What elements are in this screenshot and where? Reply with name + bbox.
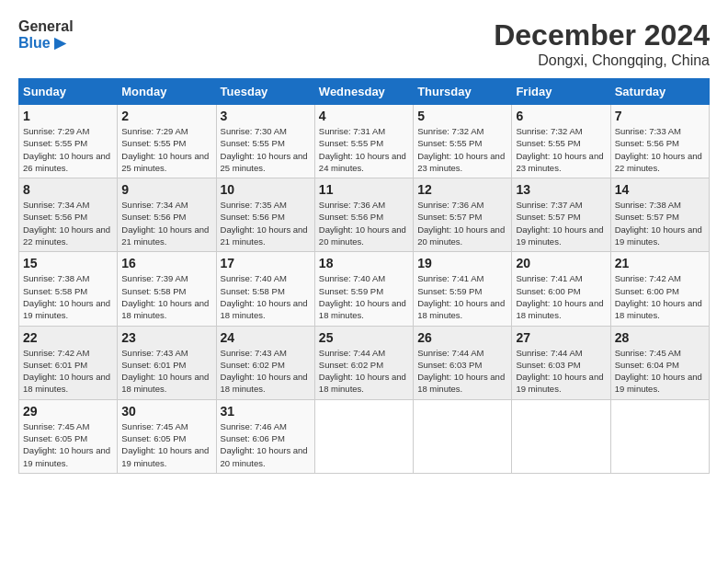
day-number: 9 <box>121 182 211 197</box>
header: General Blue ▶ December 2024 Dongxi, Cho… <box>18 18 710 69</box>
day-27: 27 Sunrise: 7:44 AMSunset: 6:03 PMDaylig… <box>512 326 610 399</box>
day-info: Sunrise: 7:42 AMSunset: 6:01 PMDaylight:… <box>23 347 113 396</box>
day-info: Sunrise: 7:45 AMSunset: 6:05 PMDaylight:… <box>121 420 211 469</box>
day-17: 17 Sunrise: 7:40 AMSunset: 5:58 PMDaylig… <box>216 252 314 326</box>
day-4: 4 Sunrise: 7:31 AMSunset: 5:55 PMDayligh… <box>314 105 413 178</box>
day-26: 26 Sunrise: 7:44 AMSunset: 6:03 PMDaylig… <box>414 326 512 399</box>
calendar-table: SundayMondayTuesdayWednesdayThursdayFrid… <box>18 78 710 474</box>
day-number: 28 <box>615 330 705 345</box>
day-number: 5 <box>417 109 507 123</box>
day-info: Sunrise: 7:45 AMSunset: 6:04 PMDaylight:… <box>615 347 705 396</box>
logo-blue: Blue ▶ <box>18 35 74 52</box>
day-number: 27 <box>516 330 606 345</box>
day-info: Sunrise: 7:44 AMSunset: 6:03 PMDaylight:… <box>417 347 507 396</box>
week-row-2: 8 Sunrise: 7:34 AMSunset: 5:56 PMDayligh… <box>19 178 710 252</box>
empty-cell <box>512 399 610 473</box>
day-info: Sunrise: 7:34 AMSunset: 5:56 PMDaylight:… <box>121 199 211 247</box>
day-number: 17 <box>221 256 311 270</box>
day-info: Sunrise: 7:40 AMSunset: 5:58 PMDaylight:… <box>221 272 311 321</box>
day-number: 6 <box>516 109 606 123</box>
day-info: Sunrise: 7:42 AMSunset: 6:00 PMDaylight:… <box>615 272 705 321</box>
week-row-4: 22 Sunrise: 7:42 AMSunset: 6:01 PMDaylig… <box>19 326 710 399</box>
day-7: 7 Sunrise: 7:33 AMSunset: 5:56 PMDayligh… <box>610 105 709 178</box>
day-number: 11 <box>319 182 409 197</box>
header-saturday: Saturday <box>610 79 709 105</box>
day-number: 20 <box>516 256 606 270</box>
day-5: 5 Sunrise: 7:32 AMSunset: 5:55 PMDayligh… <box>414 105 512 178</box>
day-22: 22 Sunrise: 7:42 AMSunset: 6:01 PMDaylig… <box>19 326 118 399</box>
header-tuesday: Tuesday <box>216 79 314 105</box>
day-21: 21 Sunrise: 7:42 AMSunset: 6:00 PMDaylig… <box>610 252 709 326</box>
day-info: Sunrise: 7:39 AMSunset: 5:58 PMDaylight:… <box>121 272 211 321</box>
day-number: 25 <box>319 330 409 345</box>
day-info: Sunrise: 7:44 AMSunset: 6:02 PMDaylight:… <box>319 347 409 396</box>
day-number: 7 <box>615 109 705 123</box>
day-2: 2 Sunrise: 7:29 AMSunset: 5:55 PMDayligh… <box>118 105 216 178</box>
calendar-header: SundayMondayTuesdayWednesdayThursdayFrid… <box>19 79 710 105</box>
day-12: 12 Sunrise: 7:36 AMSunset: 5:57 PMDaylig… <box>414 178 512 252</box>
day-info: Sunrise: 7:46 AMSunset: 6:06 PMDaylight:… <box>221 420 311 469</box>
day-number: 16 <box>121 256 211 270</box>
day-info: Sunrise: 7:37 AMSunset: 5:57 PMDaylight:… <box>516 199 606 247</box>
header-monday: Monday <box>118 79 216 105</box>
day-31: 31 Sunrise: 7:46 AMSunset: 6:06 PMDaylig… <box>216 399 314 473</box>
day-info: Sunrise: 7:38 AMSunset: 5:57 PMDaylight:… <box>615 199 705 247</box>
day-30: 30 Sunrise: 7:45 AMSunset: 6:05 PMDaylig… <box>118 399 216 473</box>
day-8: 8 Sunrise: 7:34 AMSunset: 5:56 PMDayligh… <box>19 178 118 252</box>
day-info: Sunrise: 7:36 AMSunset: 5:57 PMDaylight:… <box>417 199 507 247</box>
day-number: 18 <box>319 256 409 270</box>
day-11: 11 Sunrise: 7:36 AMSunset: 5:56 PMDaylig… <box>314 178 413 252</box>
day-info: Sunrise: 7:32 AMSunset: 5:55 PMDaylight:… <box>417 125 507 174</box>
day-info: Sunrise: 7:31 AMSunset: 5:55 PMDaylight:… <box>319 125 409 174</box>
day-number: 26 <box>417 330 507 345</box>
empty-cell <box>414 399 512 473</box>
day-14: 14 Sunrise: 7:38 AMSunset: 5:57 PMDaylig… <box>610 178 709 252</box>
location-title: Dongxi, Chongqing, China <box>494 52 710 69</box>
day-number: 1 <box>23 109 113 123</box>
day-info: Sunrise: 7:33 AMSunset: 5:56 PMDaylight:… <box>615 125 705 174</box>
day-info: Sunrise: 7:34 AMSunset: 5:56 PMDaylight:… <box>23 199 113 247</box>
day-info: Sunrise: 7:38 AMSunset: 5:58 PMDaylight:… <box>23 272 113 321</box>
day-number: 13 <box>516 182 606 197</box>
day-number: 14 <box>615 182 705 197</box>
day-number: 4 <box>319 109 409 123</box>
empty-cell <box>610 399 709 473</box>
header-sunday: Sunday <box>19 79 118 105</box>
day-28: 28 Sunrise: 7:45 AMSunset: 6:04 PMDaylig… <box>610 326 709 399</box>
empty-cell <box>314 399 413 473</box>
day-24: 24 Sunrise: 7:43 AMSunset: 6:02 PMDaylig… <box>216 326 314 399</box>
week-row-5: 29 Sunrise: 7:45 AMSunset: 6:05 PMDaylig… <box>19 399 710 473</box>
header-wednesday: Wednesday <box>314 79 413 105</box>
day-number: 31 <box>221 404 311 419</box>
day-info: Sunrise: 7:44 AMSunset: 6:03 PMDaylight:… <box>516 347 606 396</box>
logo: General Blue ▶ <box>18 18 74 51</box>
day-number: 8 <box>23 182 113 197</box>
day-number: 29 <box>23 404 113 419</box>
day-number: 24 <box>221 330 311 345</box>
month-title: December 2024 <box>494 18 710 52</box>
day-10: 10 Sunrise: 7:35 AMSunset: 5:56 PMDaylig… <box>216 178 314 252</box>
day-number: 19 <box>417 256 507 270</box>
day-29: 29 Sunrise: 7:45 AMSunset: 6:05 PMDaylig… <box>19 399 118 473</box>
day-20: 20 Sunrise: 7:41 AMSunset: 6:00 PMDaylig… <box>512 252 610 326</box>
day-3: 3 Sunrise: 7:30 AMSunset: 5:55 PMDayligh… <box>216 105 314 178</box>
day-6: 6 Sunrise: 7:32 AMSunset: 5:55 PMDayligh… <box>512 105 610 178</box>
day-9: 9 Sunrise: 7:34 AMSunset: 5:56 PMDayligh… <box>118 178 216 252</box>
day-info: Sunrise: 7:30 AMSunset: 5:55 PMDaylight:… <box>221 125 311 174</box>
day-23: 23 Sunrise: 7:43 AMSunset: 6:01 PMDaylig… <box>118 326 216 399</box>
day-number: 21 <box>615 256 705 270</box>
day-number: 3 <box>221 109 311 123</box>
day-number: 30 <box>121 404 211 419</box>
day-info: Sunrise: 7:43 AMSunset: 6:02 PMDaylight:… <box>221 347 311 396</box>
title-area: December 2024 Dongxi, Chongqing, China <box>494 18 710 69</box>
day-info: Sunrise: 7:35 AMSunset: 5:56 PMDaylight:… <box>221 199 311 247</box>
day-info: Sunrise: 7:40 AMSunset: 5:59 PMDaylight:… <box>319 272 409 321</box>
day-info: Sunrise: 7:41 AMSunset: 6:00 PMDaylight:… <box>516 272 606 321</box>
day-info: Sunrise: 7:29 AMSunset: 5:55 PMDaylight:… <box>121 125 211 174</box>
week-row-1: 1 Sunrise: 7:29 AMSunset: 5:55 PMDayligh… <box>19 105 710 178</box>
header-thursday: Thursday <box>414 79 512 105</box>
day-number: 10 <box>221 182 311 197</box>
day-number: 23 <box>121 330 211 345</box>
day-15: 15 Sunrise: 7:38 AMSunset: 5:58 PMDaylig… <box>19 252 118 326</box>
header-friday: Friday <box>512 79 610 105</box>
